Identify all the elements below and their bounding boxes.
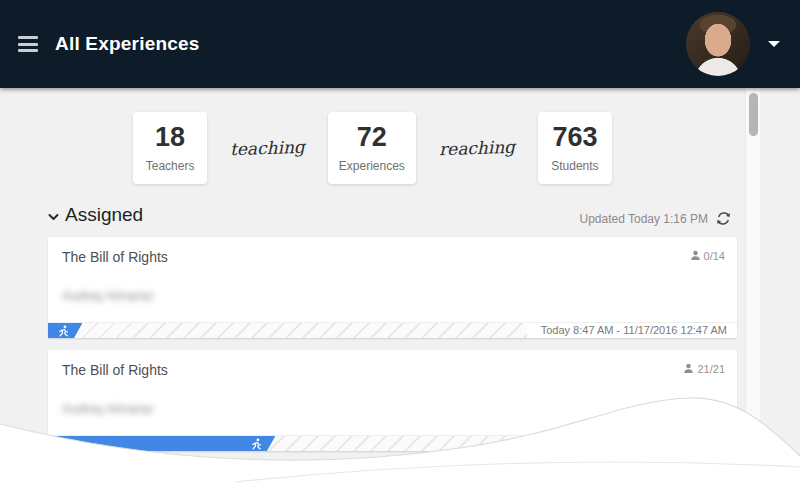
updated-status: Updated Today 1:16 PM — [579, 211, 731, 226]
connector-teaching: teaching — [224, 136, 311, 159]
scrollbar-thumb[interactable] — [749, 93, 758, 136]
assignment-card[interactable]: The Bill of Rights 21/21 Audrey Almaraz — [48, 350, 737, 451]
header-account — [686, 12, 788, 76]
student-count: 21/21 — [682, 362, 725, 375]
app-header: All Experiences — [0, 0, 800, 88]
updated-text: Updated Today 1:16 PM — [579, 212, 708, 226]
assignment-title: The Bill of Rights — [62, 249, 168, 265]
progress-fill — [48, 323, 82, 338]
stat-card-students: 763 Students — [538, 112, 612, 184]
stat-card-teachers: 18 Teachers — [133, 112, 207, 184]
runner-icon — [57, 325, 69, 337]
progress-fill — [48, 436, 275, 451]
stat-card-experiences: 72 Experiences — [328, 112, 416, 184]
assigned-section-header: Assigned Updated Today 1:16 PM — [48, 204, 737, 226]
teachers-label: Teachers — [146, 159, 195, 173]
assignment-title: The Bill of Rights — [62, 362, 168, 378]
person-icon — [682, 362, 695, 375]
experiences-label: Experiences — [339, 159, 405, 173]
assigned-title: Assigned — [65, 204, 143, 226]
student-count-text: 21/21 — [697, 363, 725, 375]
students-count: 763 — [552, 123, 597, 153]
assignment-author: Audrey Almaraz — [62, 401, 154, 416]
students-label: Students — [551, 159, 598, 173]
assignment-card[interactable]: The Bill of Rights 0/14 Audrey Almaraz — [48, 237, 737, 338]
student-count-text: 0/14 — [704, 250, 725, 262]
student-count: 0/14 — [689, 249, 725, 262]
experiences-count: 72 — [357, 123, 387, 153]
teachers-count: 18 — [155, 123, 185, 153]
runner-icon — [250, 438, 262, 450]
person-icon — [689, 249, 702, 262]
scrollbar-track[interactable] — [745, 88, 760, 483]
avatar[interactable] — [686, 12, 750, 76]
progress-bar: Today 8:47 AM - 11/17/2016 12:47 AM — [48, 322, 737, 338]
connector-reaching: reaching — [433, 136, 522, 159]
refresh-icon[interactable] — [716, 211, 731, 226]
menu-icon[interactable] — [18, 36, 38, 52]
assignment-date-range: Today 8:47 AM - 11/17/2016 12:47 AM — [527, 323, 737, 338]
main-content: 18 Teachers teaching 72 Experiences reac… — [0, 88, 745, 483]
dashboard: All Experiences 18 Teachers teaching 72 … — [0, 0, 800, 483]
assigned-collapse-toggle[interactable]: Assigned — [48, 204, 143, 226]
account-caret-icon[interactable] — [768, 41, 780, 47]
stats-row: 18 Teachers teaching 72 Experiences reac… — [0, 112, 745, 184]
progress-bar — [48, 435, 737, 451]
page-title: All Experiences — [55, 33, 200, 55]
assignment-author: Audrey Almaraz — [62, 288, 154, 303]
chevron-down-icon — [48, 213, 59, 221]
assignment-list: The Bill of Rights 0/14 Audrey Almaraz — [48, 237, 737, 463]
